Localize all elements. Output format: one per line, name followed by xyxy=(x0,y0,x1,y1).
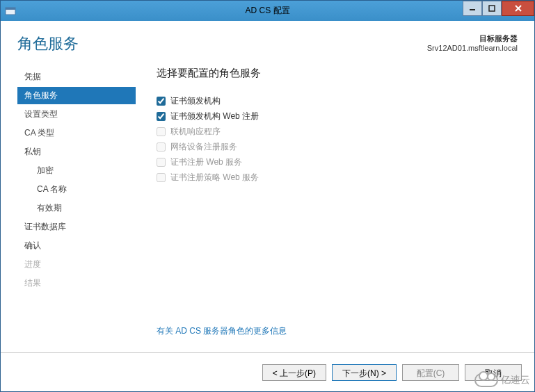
window-body: 角色服务 目标服务器 Srv12AD01.msftlearn.local 凭据角… xyxy=(1,21,534,391)
config-wizard-window: AD CS 配置 角色服务 目标服务器 Srv12AD01.msftlearn.… xyxy=(0,0,535,392)
role-service-option: 证书注册策略 Web 服务 xyxy=(157,172,511,183)
sidebar-item[interactable]: 私钥 xyxy=(17,143,136,161)
role-service-label: 证书注册 Web 服务 xyxy=(170,156,242,168)
section-title: 选择要配置的角色服务 xyxy=(157,67,511,80)
target-server-block: 目标服务器 Srv12AD01.msftlearn.local xyxy=(427,33,518,52)
svg-rect-3 xyxy=(489,6,495,11)
role-service-checkbox[interactable] xyxy=(157,97,166,106)
role-service-checkbox xyxy=(157,158,166,167)
cancel-button[interactable]: 取消 xyxy=(465,364,522,381)
configure-button: 配置(C) xyxy=(402,364,459,381)
role-service-option: 证书注册 Web 服务 xyxy=(157,156,511,168)
role-service-checkbox xyxy=(157,142,166,152)
target-server-label: 目标服务器 xyxy=(427,33,518,44)
role-service-option: 联机响应程序 xyxy=(157,126,511,138)
target-server-name: Srv12AD01.msftlearn.local xyxy=(427,44,518,52)
role-service-checkbox xyxy=(157,173,166,182)
window-title: AD CS 配置 xyxy=(245,5,289,17)
role-service-label: 证书颁发机构 Web 注册 xyxy=(170,111,259,122)
role-service-label: 证书颁发机构 xyxy=(170,95,221,107)
role-services-list: 证书颁发机构证书颁发机构 Web 注册联机响应程序网络设备注册服务证书注册 We… xyxy=(157,95,511,183)
sidebar-item[interactable]: CA 名称 xyxy=(17,181,136,198)
role-service-option: 网络设备注册服务 xyxy=(157,141,511,153)
previous-button[interactable]: < 上一步(P) xyxy=(262,364,326,381)
role-service-option[interactable]: 证书颁发机构 xyxy=(157,95,511,107)
role-service-checkbox xyxy=(157,127,166,136)
sidebar-item[interactable]: 确认 xyxy=(17,237,136,254)
sidebar-item[interactable]: 角色服务 xyxy=(17,87,136,104)
sidebar-item[interactable]: 证书数据库 xyxy=(17,218,136,236)
wizard-footer: < 上一步(P) 下一步(N) > 配置(C) 取消 xyxy=(1,352,534,391)
page-title: 角色服务 xyxy=(17,33,79,54)
role-service-label: 联机响应程序 xyxy=(170,126,221,138)
sidebar-item: 结果 xyxy=(17,275,136,292)
sidebar-item[interactable]: 凭据 xyxy=(17,68,136,85)
wizard-sidebar: 凭据角色服务设置类型CA 类型私钥加密CA 名称有效期证书数据库确认进度结果 xyxy=(17,61,136,352)
main-panel: 选择要配置的角色服务 证书颁发机构证书颁发机构 Web 注册联机响应程序网络设备… xyxy=(136,61,525,352)
role-service-option[interactable]: 证书颁发机构 Web 注册 xyxy=(157,111,511,122)
sidebar-item[interactable]: CA 类型 xyxy=(17,124,136,142)
minimize-button[interactable] xyxy=(463,1,482,16)
content-area: 凭据角色服务设置类型CA 类型私钥加密CA 名称有效期证书数据库确认进度结果 选… xyxy=(1,61,534,352)
sidebar-item[interactable]: 设置类型 xyxy=(17,106,136,123)
maximize-button[interactable] xyxy=(482,1,502,16)
app-icon xyxy=(5,6,16,17)
next-button[interactable]: 下一步(N) > xyxy=(332,364,397,381)
close-button[interactable] xyxy=(502,1,534,16)
role-service-label: 网络设备注册服务 xyxy=(170,141,237,153)
role-service-label: 证书注册策略 Web 服务 xyxy=(170,172,259,183)
sidebar-item[interactable]: 加密 xyxy=(17,162,136,179)
sidebar-item[interactable]: 有效期 xyxy=(17,199,136,217)
svg-rect-1 xyxy=(6,8,15,10)
sidebar-item: 进度 xyxy=(17,256,136,273)
header: 角色服务 目标服务器 Srv12AD01.msftlearn.local xyxy=(1,21,534,61)
more-info-link[interactable]: 有关 AD CS 服务器角色的更多信息 xyxy=(157,325,287,337)
window-controls xyxy=(463,1,534,16)
titlebar: AD CS 配置 xyxy=(1,1,534,21)
role-service-checkbox[interactable] xyxy=(157,112,166,121)
